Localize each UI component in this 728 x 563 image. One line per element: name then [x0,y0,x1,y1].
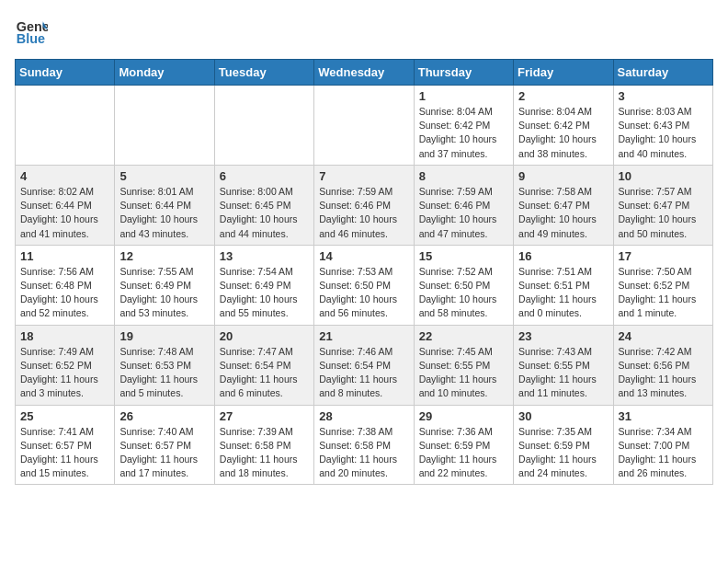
day-number: 27 [220,409,309,423]
day-info: Sunrise: 7:48 AM Sunset: 6:53 PM Dayligh… [119,345,209,401]
calendar-cell: 29Sunrise: 7:36 AM Sunset: 6:59 PM Dayli… [414,405,513,485]
day-number: 17 [619,249,708,263]
calendar-body: 1Sunrise: 8:04 AM Sunset: 6:42 PM Daylig… [16,86,713,485]
day-info: Sunrise: 7:49 AM Sunset: 6:52 PM Dayligh… [20,345,109,401]
day-number: 11 [20,249,109,263]
day-info: Sunrise: 8:01 AM Sunset: 6:44 PM Dayligh… [119,185,209,241]
calendar-cell: 21Sunrise: 7:46 AM Sunset: 6:54 PM Dayli… [314,325,414,405]
day-number: 3 [619,89,708,103]
calendar-cell: 8Sunrise: 7:59 AM Sunset: 6:46 PM Daylig… [414,165,513,245]
logo: General Blue [15,15,51,48]
day-info: Sunrise: 7:54 AM Sunset: 6:49 PM Dayligh… [220,265,309,321]
day-info: Sunrise: 7:36 AM Sunset: 6:59 PM Dayligh… [419,425,508,481]
calendar-cell [214,86,313,166]
day-info: Sunrise: 8:04 AM Sunset: 6:42 PM Dayligh… [518,105,608,161]
day-number: 13 [220,249,309,263]
page-header: General Blue [15,15,713,48]
week-row-3: 11Sunrise: 7:56 AM Sunset: 6:48 PM Dayli… [16,245,713,325]
calendar-cell: 14Sunrise: 7:53 AM Sunset: 6:50 PM Dayli… [314,245,414,325]
day-info: Sunrise: 8:03 AM Sunset: 6:43 PM Dayligh… [619,105,708,161]
calendar-cell: 25Sunrise: 7:41 AM Sunset: 6:57 PM Dayli… [16,405,115,485]
weekday-header-row: SundayMondayTuesdayWednesdayThursdayFrid… [16,60,713,86]
day-number: 6 [220,169,309,183]
calendar-cell: 15Sunrise: 7:52 AM Sunset: 6:50 PM Dayli… [414,245,513,325]
weekday-tuesday: Tuesday [214,60,313,86]
day-info: Sunrise: 7:41 AM Sunset: 6:57 PM Dayligh… [20,425,109,481]
calendar-cell [16,86,115,166]
calendar-cell: 9Sunrise: 7:58 AM Sunset: 6:47 PM Daylig… [514,165,613,245]
day-number: 5 [119,169,209,183]
day-number: 14 [319,249,408,263]
day-number: 26 [119,409,209,423]
day-number: 16 [518,249,608,263]
day-number: 29 [419,409,508,423]
day-info: Sunrise: 7:56 AM Sunset: 6:48 PM Dayligh… [20,265,109,321]
day-info: Sunrise: 7:38 AM Sunset: 6:58 PM Dayligh… [319,425,408,481]
day-number: 12 [119,249,209,263]
day-number: 23 [518,329,608,343]
day-info: Sunrise: 7:39 AM Sunset: 6:58 PM Dayligh… [220,425,309,481]
week-row-5: 25Sunrise: 7:41 AM Sunset: 6:57 PM Dayli… [16,405,713,485]
calendar-cell: 30Sunrise: 7:35 AM Sunset: 6:59 PM Dayli… [514,405,613,485]
day-number: 30 [518,409,608,423]
calendar-cell: 26Sunrise: 7:40 AM Sunset: 6:57 PM Dayli… [115,405,214,485]
calendar-cell: 2Sunrise: 8:04 AM Sunset: 6:42 PM Daylig… [514,86,613,166]
calendar-cell [314,86,414,166]
day-info: Sunrise: 7:58 AM Sunset: 6:47 PM Dayligh… [518,185,608,241]
day-info: Sunrise: 7:35 AM Sunset: 6:59 PM Dayligh… [518,425,608,481]
day-info: Sunrise: 7:59 AM Sunset: 6:46 PM Dayligh… [419,185,508,241]
calendar-table: SundayMondayTuesdayWednesdayThursdayFrid… [15,59,713,485]
svg-text:Blue: Blue [17,31,45,46]
week-row-1: 1Sunrise: 8:04 AM Sunset: 6:42 PM Daylig… [16,86,713,166]
day-number: 4 [20,169,109,183]
day-number: 8 [419,169,508,183]
day-number: 18 [20,329,109,343]
weekday-thursday: Thursday [414,60,513,86]
day-number: 20 [220,329,309,343]
calendar-cell: 7Sunrise: 7:59 AM Sunset: 6:46 PM Daylig… [314,165,414,245]
weekday-saturday: Saturday [613,60,712,86]
calendar-cell: 23Sunrise: 7:43 AM Sunset: 6:55 PM Dayli… [514,325,613,405]
weekday-wednesday: Wednesday [314,60,414,86]
calendar-cell [115,86,214,166]
calendar-cell: 20Sunrise: 7:47 AM Sunset: 6:54 PM Dayli… [214,325,313,405]
day-number: 10 [619,169,708,183]
calendar-cell: 18Sunrise: 7:49 AM Sunset: 6:52 PM Dayli… [16,325,115,405]
calendar-cell: 11Sunrise: 7:56 AM Sunset: 6:48 PM Dayli… [16,245,115,325]
calendar-cell: 10Sunrise: 7:57 AM Sunset: 6:47 PM Dayli… [613,165,712,245]
day-number: 2 [518,89,608,103]
day-number: 7 [319,169,408,183]
day-info: Sunrise: 7:40 AM Sunset: 6:57 PM Dayligh… [119,425,209,481]
weekday-monday: Monday [115,60,214,86]
day-info: Sunrise: 7:51 AM Sunset: 6:51 PM Dayligh… [518,265,608,321]
day-info: Sunrise: 7:55 AM Sunset: 6:49 PM Dayligh… [119,265,209,321]
calendar-cell: 28Sunrise: 7:38 AM Sunset: 6:58 PM Dayli… [314,405,414,485]
calendar-cell: 13Sunrise: 7:54 AM Sunset: 6:49 PM Dayli… [214,245,313,325]
day-number: 19 [119,329,209,343]
day-number: 25 [20,409,109,423]
calendar-cell: 22Sunrise: 7:45 AM Sunset: 6:55 PM Dayli… [414,325,513,405]
day-number: 1 [419,89,508,103]
week-row-4: 18Sunrise: 7:49 AM Sunset: 6:52 PM Dayli… [16,325,713,405]
day-info: Sunrise: 7:34 AM Sunset: 7:00 PM Dayligh… [619,425,708,481]
calendar-cell: 27Sunrise: 7:39 AM Sunset: 6:58 PM Dayli… [214,405,313,485]
day-number: 24 [619,329,708,343]
day-info: Sunrise: 7:45 AM Sunset: 6:55 PM Dayligh… [419,345,508,401]
logo-icon: General Blue [15,15,48,48]
calendar-cell: 17Sunrise: 7:50 AM Sunset: 6:52 PM Dayli… [613,245,712,325]
day-number: 22 [419,329,508,343]
calendar-cell: 19Sunrise: 7:48 AM Sunset: 6:53 PM Dayli… [115,325,214,405]
weekday-friday: Friday [514,60,613,86]
day-number: 15 [419,249,508,263]
calendar-cell: 6Sunrise: 8:00 AM Sunset: 6:45 PM Daylig… [214,165,313,245]
day-info: Sunrise: 7:47 AM Sunset: 6:54 PM Dayligh… [220,345,309,401]
day-info: Sunrise: 7:46 AM Sunset: 6:54 PM Dayligh… [319,345,408,401]
day-info: Sunrise: 8:04 AM Sunset: 6:42 PM Dayligh… [419,105,508,161]
day-info: Sunrise: 7:57 AM Sunset: 6:47 PM Dayligh… [619,185,708,241]
calendar-cell: 1Sunrise: 8:04 AM Sunset: 6:42 PM Daylig… [414,86,513,166]
weekday-sunday: Sunday [16,60,115,86]
week-row-2: 4Sunrise: 8:02 AM Sunset: 6:44 PM Daylig… [16,165,713,245]
day-info: Sunrise: 7:42 AM Sunset: 6:56 PM Dayligh… [619,345,708,401]
day-info: Sunrise: 7:50 AM Sunset: 6:52 PM Dayligh… [619,265,708,321]
calendar-cell: 16Sunrise: 7:51 AM Sunset: 6:51 PM Dayli… [514,245,613,325]
